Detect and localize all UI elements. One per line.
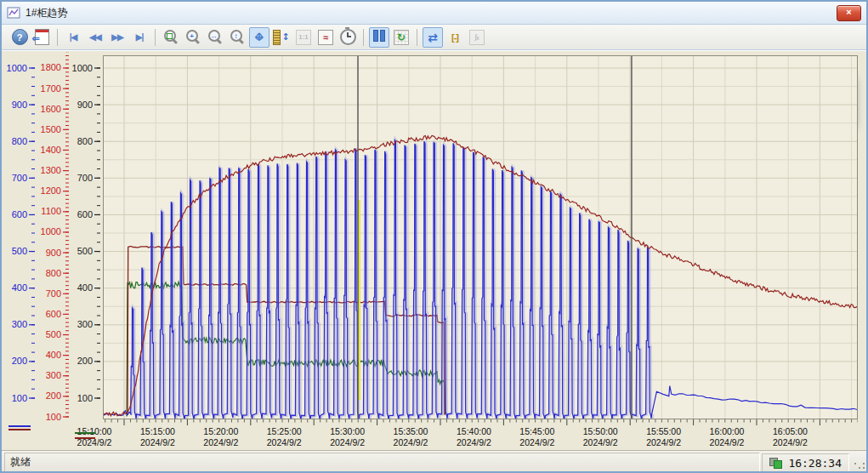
zoom-vertical-button[interactable]: ↕ [227,27,247,48]
pan-cross-icon: ↔↕ [252,30,267,45]
date-label: 2024/9/2 [710,437,745,447]
red-axis-label: 500 [46,329,61,339]
black-axis-label: 900 [77,100,93,110]
zoom-in-icon: + [185,29,201,45]
pause-icon [372,30,386,44]
go-first-icon: |◀ [70,32,77,42]
clock: 16:28:34 [788,457,842,470]
red-axis-label: 1800 [41,62,61,72]
x-axis-label: 15:45:002024/9/2 [508,426,567,448]
time-label: 15:55:00 [646,426,681,436]
legend-pen-2-darkred[interactable] [9,429,31,430]
red-axis-label: 1400 [41,145,61,155]
x-axis-label: 15:30:002024/9/2 [318,426,377,448]
black-axis-label: 500 [77,246,93,256]
time-label: 15:45:00 [519,426,554,436]
cursor-link-button[interactable]: ⇄ [423,27,443,48]
time-label: 15:10:00 [77,426,112,436]
red-axis-label: 1000 [41,226,61,236]
range-bracket-button[interactable]: [-] [445,27,465,48]
red-axis-label: 1200 [41,185,61,196]
actual-scale-icon: 1:1 [296,30,311,45]
black-axis[interactable]: 1000900800700600500400300200100 [71,52,103,430]
blue-axis[interactable]: 1000900800700600500400300200100 [2,52,37,430]
zoom-reset-button[interactable] [161,27,181,48]
blue-axis-label: 600 [12,209,27,219]
blue-axis-label: 300 [12,319,27,329]
x-axis-label: 16:05:002024/9/2 [760,426,820,448]
zoom-reset-icon [163,29,179,45]
red-axis-label: 100 [46,412,61,422]
date-label: 2024/9/2 [267,437,302,447]
pulse-curve [103,140,858,419]
date-label: 2024/9/2 [203,437,238,447]
red-axis-label: 1300 [41,165,61,175]
red-axis-label: 900 [46,248,61,258]
time-period-button[interactable] [338,27,358,48]
stopwatch-icon [340,29,356,45]
blue-axis-label: 200 [12,356,27,366]
x-axis-label: 15:35:002024/9/2 [381,426,440,448]
close-button[interactable]: × [837,5,861,21]
date-label: 2024/9/2 [583,437,618,447]
pan-button[interactable]: ↔↕ [249,27,269,48]
go-last-button[interactable]: ▶| [129,27,150,48]
x-axis-label: 15:15:002024/9/2 [128,426,187,448]
trend-window: 1#柜趋势 × ?⇐|◀◀◀▶▶▶|+↔↕↔↕↕1:1≈↻⇄[-]∫ₓ 90mm… [0,0,868,473]
black-axis-label: 300 [77,319,93,329]
plot-area[interactable] [103,55,858,419]
date-label: 2024/9/2 [330,437,365,447]
bracket-range-icon: [-] [451,32,458,43]
red-axis[interactable]: 1800170016001500140013001200110010009008… [37,52,71,430]
legend-pen-4-darkred[interactable] [75,437,95,439]
time-label: 15:25:00 [267,426,302,436]
time-label: 16:05:00 [773,426,808,436]
integral-button[interactable]: ∫ₓ [467,27,487,48]
network-status-icon [769,458,783,469]
x-axis-label: 15:25:002024/9/2 [254,426,314,448]
red-axis-label: 1700 [41,83,61,94]
zoom-vertical-icon: ↕ [230,29,246,45]
date-label: 2024/9/2 [394,437,428,447]
help-button[interactable]: ? [9,27,30,48]
trend-window-icon [7,6,20,20]
fast-back-icon: ◀◀ [89,32,100,42]
x-axis-label: 15:50:002024/9/2 [570,426,630,448]
time-label: 16:00:00 [710,426,745,436]
time-label: 15:35:00 [394,426,428,436]
blue-axis-label: 100 [12,393,27,403]
blue-axis-label: 500 [12,246,27,256]
red-axis-label: 400 [46,350,61,360]
resize-grip[interactable] [853,461,865,473]
curve-adjust-button[interactable]: ≈ [315,27,336,48]
red-axis-label: 1500 [41,124,61,134]
y-axis-scale-button[interactable]: ↕ [271,27,292,48]
toolbar-separator [417,29,417,46]
toolbar-separator [57,29,58,46]
blue-axis-label: 1000 [7,63,27,73]
legend-pen-3-green[interactable] [75,432,95,434]
go-last-icon: ▶| [136,32,144,42]
status-message: 就绪 [4,453,760,473]
pause-button[interactable] [369,27,389,48]
zoom-horizontal-button[interactable]: ↔ [205,27,225,48]
black-axis-label: 400 [77,282,93,293]
fast-back-button[interactable]: ◀◀ [85,27,105,48]
x-axis-label: 15:55:002024/9/2 [634,426,694,448]
blue-axis-label: 800 [12,136,27,146]
status-clock-panel: 16:28:34 [762,453,849,472]
parameter-settings-button[interactable]: ⇐ [31,27,52,48]
curve-adjust-icon: ≈ [318,30,333,45]
chart-panel: 90mm-纯钛 10009008007006005004003002001001… [2,50,866,450]
refresh-button[interactable]: ↻ [391,27,411,48]
time-label: 15:15:00 [140,426,175,436]
red-axis-label: 300 [46,370,61,380]
actual-scale-button[interactable]: 1:1 [293,27,314,48]
go-first-button[interactable]: |◀ [63,27,83,48]
fast-forward-button[interactable]: ▶▶ [107,27,128,48]
time-label: 15:40:00 [457,426,491,436]
red-axis-label: 800 [46,268,61,278]
zoom-in-button[interactable]: + [183,27,203,48]
legend-pen-1-blue[interactable] [9,425,31,427]
red-axis-label: 1100 [41,206,61,216]
